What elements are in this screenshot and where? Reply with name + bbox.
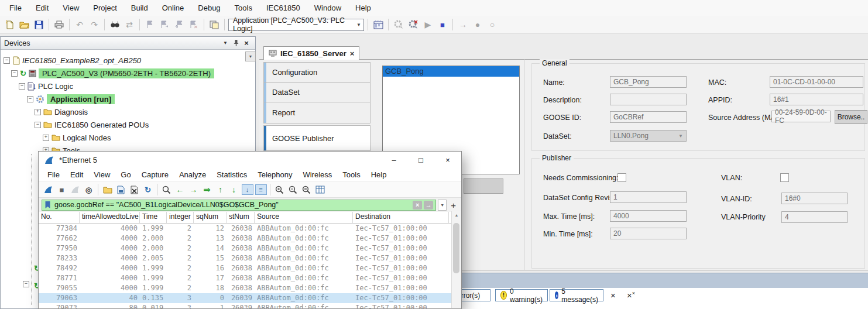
start-capture-icon[interactable] <box>42 184 54 195</box>
scrollbar-up-icon[interactable]: ▲ <box>452 211 461 217</box>
filter-history-dropdown[interactable]: ▼ <box>438 200 447 211</box>
packet-row[interactable]: 7905540001.99921826038ABBAutom_0d:00:fcI… <box>39 283 461 293</box>
resize-columns-icon[interactable] <box>314 184 326 195</box>
ws-menu-telephony[interactable]: Telephony <box>252 170 297 179</box>
redo-icon[interactable]: ↷ <box>88 18 101 31</box>
appid-field[interactable]: 16#1 <box>770 94 863 105</box>
column-header-source[interactable]: Source <box>255 212 353 223</box>
menu-help[interactable]: Help <box>348 0 378 16</box>
collapse-icon[interactable]: − <box>11 70 18 77</box>
nav-item-dataset[interactable]: DataSet <box>263 82 370 102</box>
collapse-icon[interactable]: − <box>4 57 10 64</box>
tree-item-plc[interactable]: − ↻ PLC_AC500_V3 (PM5650-2ETH - TB5620-2… <box>11 67 214 79</box>
stop-icon[interactable]: ■ <box>436 18 449 31</box>
menu-project[interactable]: Project <box>86 0 123 16</box>
column-header-time[interactable]: Time <box>140 212 167 223</box>
zoom-in-icon[interactable] <box>273 184 286 195</box>
forward-icon[interactable]: → <box>187 184 200 195</box>
column-header-stnum[interactable]: stNum <box>227 212 255 223</box>
expand-icon[interactable]: + <box>35 109 41 115</box>
ws-menu-view[interactable]: View <box>88 170 115 179</box>
restart-capture-icon[interactable] <box>69 184 81 195</box>
ws-menu-statistics[interactable]: Statistics <box>211 170 252 179</box>
ws-menu-go[interactable]: Go <box>115 170 136 179</box>
goto-packet-icon[interactable]: ⇒ <box>201 184 213 195</box>
menu-view[interactable]: View <box>56 0 86 16</box>
clear-messages-icon[interactable]: × <box>610 290 616 300</box>
save-icon[interactable] <box>32 18 45 31</box>
menu-tools[interactable]: Tools <box>228 0 259 16</box>
first-packet-icon[interactable]: ↑ <box>214 184 227 195</box>
breakpoint-outline-icon[interactable]: ○ <box>486 18 499 31</box>
apply-filter-icon[interactable]: → <box>424 201 433 210</box>
ws-menu-edit[interactable]: Edit <box>65 170 88 179</box>
collapse-icon[interactable]: − <box>19 83 25 90</box>
active-application-selector[interactable]: Application [PLC_AC500_V3: PLC Logic] ▼ <box>228 19 364 31</box>
nav-item-goose-publisher[interactable]: GOOSE Publisher <box>263 125 370 151</box>
collapse-icon[interactable]: − <box>23 281 29 287</box>
tree-item-plc-logic[interactable]: − PLC Logic <box>19 80 73 92</box>
vlan-checkbox[interactable] <box>780 173 789 182</box>
menu-file[interactable]: File <box>2 0 29 16</box>
column-header-timeallowedtolive[interactable]: timeAllowedtoLive <box>80 212 140 223</box>
partially-hidden-button[interactable] <box>464 178 503 194</box>
dataset-config-revision-field[interactable]: 1 <box>610 191 687 203</box>
build-icon[interactable] <box>372 18 385 31</box>
ws-menu-capture[interactable]: Capture <box>136 170 174 179</box>
tree-item-application[interactable]: − Application [run] <box>27 93 115 105</box>
menu-debug[interactable]: Debug <box>191 0 227 16</box>
column-header-destination[interactable]: Destination <box>353 212 449 223</box>
zoom-out-icon[interactable] <box>287 184 299 195</box>
max-time-field[interactable]: 4000 <box>610 210 687 222</box>
ws-menu-help[interactable]: Help <box>366 170 392 179</box>
packet-list-scrollbar[interactable]: ▲ <box>451 211 461 308</box>
step-over-icon[interactable]: → <box>457 18 469 31</box>
mac-field[interactable]: 01-0C-CD-01-00-00 <box>770 76 863 88</box>
name-field[interactable]: GCB_Pong <box>610 76 687 88</box>
tab-close-icon[interactable]: × <box>350 49 355 58</box>
add-filter-button[interactable]: + <box>448 200 458 210</box>
tree-item-iec61850-pous[interactable]: − IEC61850 Generated POUs <box>35 119 149 131</box>
ws-menu-analyze[interactable]: Analyze <box>174 170 211 179</box>
clear-filter-icon[interactable]: × <box>413 201 422 210</box>
source-address-field[interactable]: 00-24-59-0D-00-FC <box>771 111 831 122</box>
packet-row[interactable]: 79063400.1353026039ABBAutom_0d:00:fcIec-… <box>39 293 461 303</box>
back-icon[interactable]: ← <box>174 184 186 195</box>
wireshark-titlebar[interactable]: *Ethernet 5 – □ × <box>39 152 461 168</box>
menu-iec61850[interactable]: IEC61850 <box>259 0 307 16</box>
messages-filter-button[interactable]: i 5 message(s) <box>550 289 603 301</box>
vlan-id-field[interactable]: 16#0 <box>781 193 848 204</box>
panel-dropdown-icon[interactable]: ▼ <box>220 39 231 48</box>
close-button[interactable]: × <box>434 152 461 168</box>
bookmark-next-icon[interactable] <box>158 18 171 31</box>
packet-row[interactable]: 7877140001.99921726038ABBAutom_0d:00:fcI… <box>39 273 461 283</box>
open-capture-icon[interactable] <box>101 184 114 195</box>
reload-icon[interactable]: ↻ <box>142 184 154 195</box>
find-icon[interactable] <box>108 18 121 31</box>
tree-scroll-dropdown[interactable]: ▼ <box>245 52 256 61</box>
maximize-button[interactable]: □ <box>407 152 434 168</box>
needs-commissioning-checkbox[interactable] <box>617 173 626 182</box>
nav-item-report[interactable]: Report <box>263 102 370 123</box>
tab-iec-61850-server[interactable]: IEC_61850_Server × <box>263 46 359 60</box>
open-project-icon[interactable] <box>18 18 30 31</box>
collapse-icon[interactable]: − <box>27 96 33 102</box>
ws-menu-wireless[interactable]: Wireless <box>297 170 337 179</box>
new-file-icon[interactable] <box>3 18 16 31</box>
zoom-reset-icon[interactable] <box>300 184 313 195</box>
undo-icon[interactable]: ↶ <box>73 18 86 31</box>
packet-row[interactable]: 7738440001.99921226038ABBAutom_0d:00:fcI… <box>39 224 461 234</box>
print-icon[interactable] <box>53 18 66 31</box>
pin-icon[interactable] <box>231 39 241 48</box>
menu-build[interactable]: Build <box>124 0 155 16</box>
description-field[interactable] <box>610 94 687 105</box>
tree-item-project[interactable]: − IEC61850_ExampleB2_opt_AB250 <box>4 54 141 66</box>
start-icon[interactable]: ▶ <box>421 18 434 31</box>
find-packet-icon[interactable] <box>160 184 173 195</box>
ws-menu-file[interactable]: File <box>42 170 65 179</box>
menu-edit[interactable]: Edit <box>29 0 56 16</box>
autoscroll-icon[interactable]: ↓ <box>241 184 253 195</box>
stop-capture-icon[interactable]: ■ <box>56 184 68 195</box>
collapse-icon[interactable]: − <box>35 122 41 128</box>
breakpoint-icon[interactable]: ● <box>471 18 484 31</box>
